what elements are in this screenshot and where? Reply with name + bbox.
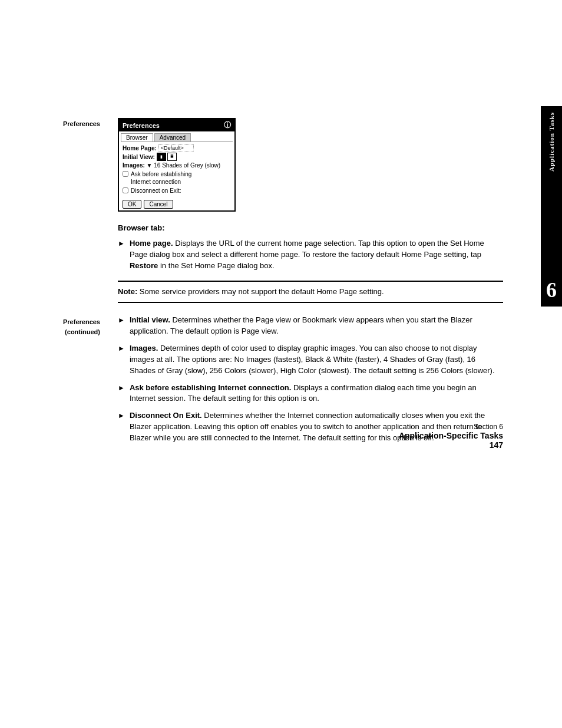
images-bullet-text: Images. Determines depth of color used t…: [130, 343, 503, 377]
home-page-bullet-text: Home page. Displays the URL of the curre…: [130, 238, 503, 272]
ask-before-checkbox[interactable]: [123, 171, 128, 177]
tab-browser[interactable]: Browser: [121, 133, 153, 141]
home-page-bullet-label: Home page.: [130, 239, 173, 248]
browser-tab-content: Browser tab: ► Home page. Displays the U…: [118, 223, 503, 272]
initial-view-bullet-text: Initial view. Determines whether the Pag…: [130, 315, 503, 337]
images-row: Images: ▼ 16 Shades of Grey (slow): [123, 162, 231, 169]
dialog-body: Home Page: <Default> Initial View: ▮ ≣ I…: [119, 142, 234, 198]
note-box: Note: Some service providers may not sup…: [118, 281, 503, 304]
initial-view-bullet-label: Initial view.: [130, 315, 170, 324]
ask-before-bullet: ► Ask before establishing Internet conne…: [118, 383, 503, 405]
ask-before-checkbox-row: Ask before establishingInternet connecti…: [123, 170, 231, 186]
footer-title: Application-Specific Tasks: [399, 431, 503, 440]
page-view-icon[interactable]: ▮: [157, 153, 166, 161]
disconnect-on-exit-label: Disconnect on Exit:: [131, 187, 181, 195]
main-content: Preferences Preferences ⓘ Browser Advanc…: [0, 0, 538, 485]
sidebar-tab-text: Application Tasks: [548, 112, 555, 172]
dialog-title: Preferences: [123, 122, 160, 129]
home-page-row: Home Page: <Default>: [123, 144, 231, 151]
restore-bold: Restore: [130, 261, 158, 270]
page-container: Application Tasks 6 Preferences Preferen…: [0, 0, 562, 728]
sidebar-tab-number: 6: [546, 279, 557, 301]
page-footer: Section 6 Application-Specific Tasks 147: [399, 423, 503, 450]
dialog-tabs: Browser Advanced: [121, 133, 233, 142]
browser-tab-heading: Browser tab:: [118, 223, 503, 232]
home-page-label: Home Page:: [123, 145, 157, 151]
preferences-label: Preferences: [47, 118, 100, 212]
dialog-title-bar: Preferences ⓘ: [119, 119, 234, 131]
initial-view-row: Initial View: ▮ ≣: [123, 153, 231, 161]
home-page-bullet: ► Home page. Displays the URL of the cur…: [118, 238, 503, 272]
ask-before-bullet-text: Ask before establishing Internet connect…: [130, 383, 503, 405]
tab-advanced[interactable]: Advanced: [154, 133, 191, 141]
bullet-arrow-1: ►: [118, 239, 125, 249]
home-page-value[interactable]: <Default>: [158, 144, 194, 151]
initial-view-label: Initial View:: [123, 154, 155, 160]
cancel-button[interactable]: Cancel: [144, 200, 173, 209]
preferences-continued-label: Preferences(continued): [47, 315, 100, 449]
bullet-arrow-3: ►: [118, 344, 125, 354]
bullet-arrow-4: ►: [118, 383, 125, 393]
sidebar-tab: Application Tasks 6: [541, 106, 562, 307]
bullet-arrow-5: ►: [118, 411, 125, 421]
note-prefix: Note:: [118, 287, 137, 296]
ask-before-bullet-label: Ask before establishing Internet connect…: [130, 383, 292, 392]
images-label: Images:: [123, 162, 145, 169]
initial-view-bullet: ► Initial view. Determines whether the P…: [118, 315, 503, 337]
images-value[interactable]: ▼ 16 Shades of Grey (slow): [147, 162, 221, 169]
bookmark-view-icon[interactable]: ≣: [167, 153, 177, 161]
dialog-info-icon[interactable]: ⓘ: [224, 120, 231, 130]
footer-page-number: 147: [490, 440, 503, 450]
disconnect-bullet-label: Disconnect On Exit.: [130, 411, 202, 420]
preferences-dialog: Preferences ⓘ Browser Advanced Home Page…: [118, 118, 236, 212]
disconnect-on-exit-row: Disconnect on Exit:: [123, 187, 231, 195]
images-bullet-label: Images.: [130, 344, 158, 353]
preferences-section: Preferences Preferences ⓘ Browser Advanc…: [47, 118, 503, 212]
dialog-footer: OK Cancel: [119, 198, 234, 210]
note-text: Some service providers may not support t…: [140, 287, 384, 296]
bullet-arrow-2: ►: [118, 315, 125, 325]
view-icons: ▮ ≣: [157, 153, 177, 161]
footer-section-label: Section 6: [399, 423, 503, 431]
ask-before-label: Ask before establishingInternet connecti…: [131, 170, 191, 186]
disconnect-on-exit-checkbox[interactable]: [123, 187, 128, 193]
images-bullet: ► Images. Determines depth of color used…: [118, 343, 503, 377]
ok-button[interactable]: OK: [123, 200, 141, 209]
